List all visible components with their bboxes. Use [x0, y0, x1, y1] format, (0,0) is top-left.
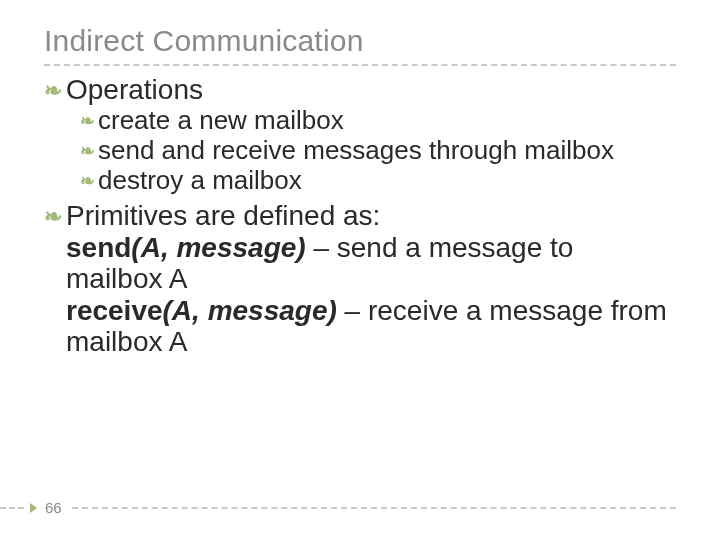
- bullet-text: destroy a mailbox: [98, 166, 302, 196]
- footer-marker-icon: [30, 503, 37, 513]
- primitive-send: send(A, message) – send a message to mai…: [66, 232, 676, 295]
- bullet-icon: ❧: [44, 203, 66, 231]
- sub-bullet: ❧ send and receive messages through mail…: [80, 136, 676, 166]
- slide-body: ❧ Operations ❧ create a new mailbox ❧ se…: [44, 74, 676, 357]
- sub-bullet: ❧ destroy a mailbox: [80, 166, 676, 196]
- bullet-icon: ❧: [80, 140, 98, 163]
- bullet-primitives: ❧ Primitives are defined as:: [44, 200, 676, 232]
- slide-footer: 66: [0, 499, 720, 516]
- bullet-text: send and receive messages through mailbo…: [98, 136, 614, 166]
- args-send: (A, message): [131, 232, 305, 263]
- slide: Indirect Communication ❧ Operations ❧ cr…: [0, 0, 720, 540]
- bullet-icon: ❧: [80, 110, 98, 133]
- bullet-text: Operations: [66, 74, 203, 106]
- primitive-receive: receive(A, message) – receive a message …: [66, 295, 676, 358]
- keyword-receive: receive: [66, 295, 163, 326]
- bullet-text: Primitives are defined as:: [66, 200, 380, 232]
- args-receive: (A, message): [163, 295, 337, 326]
- footer-divider-right: [72, 507, 676, 509]
- page-number: 66: [45, 499, 62, 516]
- title-divider: [44, 64, 676, 66]
- footer-divider-left: [0, 507, 24, 509]
- primitives-definitions: send(A, message) – send a message to mai…: [66, 232, 676, 357]
- keyword-send: send: [66, 232, 131, 263]
- slide-title: Indirect Communication: [44, 24, 676, 58]
- bullet-operations: ❧ Operations: [44, 74, 676, 106]
- bullet-icon: ❧: [80, 170, 98, 193]
- bullet-text: create a new mailbox: [98, 106, 344, 136]
- bullet-icon: ❧: [44, 77, 66, 105]
- sub-bullet: ❧ create a new mailbox: [80, 106, 676, 136]
